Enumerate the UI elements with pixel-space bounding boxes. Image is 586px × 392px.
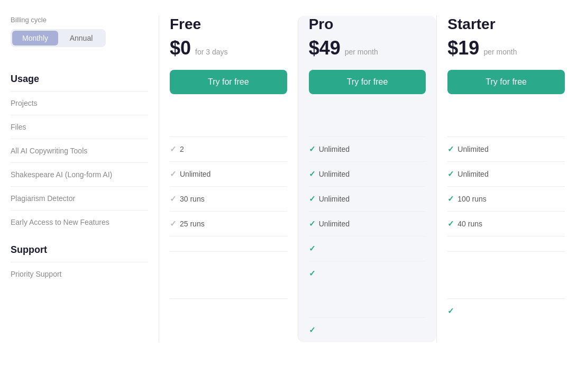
starter-plan-header: Starter $19 per month Try for free	[447, 16, 565, 105]
pro-shakespeare-value: ✓ Unlimited	[309, 211, 426, 236]
starter-support-spacer	[447, 267, 565, 298]
pro-plan-cta-button[interactable]: Try for free	[309, 70, 426, 94]
free-support-spacer	[170, 267, 287, 298]
usage-section-label: Usage	[11, 63, 148, 91]
pro-plan-period: per month	[345, 48, 378, 56]
starter-priority-support-check-icon: ✓	[447, 306, 454, 316]
free-projects-check-icon: ✓	[170, 144, 177, 154]
pro-plan-price: $49	[309, 37, 341, 59]
pro-plan-header: Pro $49 per month Try for free	[309, 16, 426, 105]
starter-files-value: ✓ Unlimited	[447, 161, 565, 186]
feature-label-ai-tools: All AI Copywriting Tools	[11, 139, 148, 162]
starter-ai-tools-check-icon: ✓	[447, 194, 454, 204]
free-files-value: ✓ Unlimited	[170, 161, 287, 186]
starter-plagiarism-value	[447, 236, 565, 251]
starter-plan-column: Starter $19 per month Try for free ✓ Unl…	[436, 16, 575, 342]
starter-shakespeare-check-icon: ✓	[447, 219, 454, 229]
starter-plan-price-row: $19 per month	[447, 37, 565, 59]
pro-plagiarism-value: ✓	[309, 236, 426, 261]
starter-ai-tools-value: ✓ 100 runs	[447, 186, 565, 211]
starter-projects-value: ✓ Unlimited	[447, 136, 565, 161]
pro-files-check-icon: ✓	[309, 169, 316, 179]
free-plagiarism-value	[170, 236, 287, 251]
free-projects-value: ✓ 2	[170, 136, 287, 161]
billing-label: Billing cycle	[11, 16, 148, 24]
starter-plan-cta-button[interactable]: Try for free	[447, 70, 565, 94]
starter-files-check-icon: ✓	[447, 169, 454, 179]
pro-shakespeare-check-icon: ✓	[309, 219, 316, 229]
pro-ai-tools-value: ✓ Unlimited	[309, 186, 426, 211]
free-ai-tools-value: ✓ 30 runs	[170, 186, 287, 211]
free-plan-price: $0	[170, 37, 191, 59]
feature-label-shakespeare: Shakespeare AI (Long-form AI)	[11, 162, 148, 186]
billing-section: Billing cycle Monthly Annual	[11, 16, 148, 47]
starter-priority-support-value: ✓	[447, 298, 565, 323]
free-plan-name: Free	[170, 16, 287, 33]
pro-projects-check-icon: ✓	[309, 144, 316, 154]
feature-label-projects: Projects	[11, 91, 148, 115]
pro-support-spacer	[309, 286, 426, 317]
pro-files-value: ✓ Unlimited	[309, 161, 426, 186]
pro-plan-column: Pro $49 per month Try for free ✓ Unlimit…	[298, 16, 437, 342]
free-ai-tools-check-icon: ✓	[170, 194, 177, 204]
pro-usage-spacer	[309, 105, 426, 136]
free-shakespeare-check-icon: ✓	[170, 219, 177, 229]
pro-priority-support-value: ✓	[309, 317, 426, 342]
monthly-button[interactable]: Monthly	[12, 31, 58, 45]
free-plan-cta-button[interactable]: Try for free	[170, 70, 287, 94]
starter-usage-spacer	[447, 105, 565, 136]
feature-label-early-access: Early Access to New Features	[11, 210, 148, 234]
free-files-check-icon: ✓	[170, 169, 177, 179]
starter-plan-price: $19	[447, 37, 479, 59]
free-early-access-value	[170, 251, 287, 267]
feature-label-plagiarism: Plagiarism Detector	[11, 186, 148, 210]
starter-plan-name: Starter	[447, 16, 565, 33]
starter-plan-period: per month	[483, 48, 517, 56]
starter-early-access-value	[447, 251, 565, 267]
pro-priority-support-check-icon: ✓	[309, 325, 316, 335]
pro-projects-value: ✓ Unlimited	[309, 136, 426, 161]
feature-label-files: Files	[11, 115, 148, 139]
starter-projects-check-icon: ✓	[447, 144, 454, 154]
free-shakespeare-value: ✓ 25 runs	[170, 211, 287, 236]
pro-early-access-check-icon: ✓	[309, 269, 316, 278]
pro-plan-name: Pro	[309, 16, 426, 33]
free-priority-support-value	[170, 298, 287, 314]
pro-plagiarism-check-icon: ✓	[309, 244, 316, 253]
billing-toggle: Monthly Annual	[11, 29, 106, 47]
free-usage-spacer	[170, 105, 287, 136]
free-plan-price-row: $0 for 3 days	[170, 37, 287, 59]
label-column: Billing cycle Monthly Annual Usage Proje…	[11, 16, 159, 342]
feature-label-priority-support: Priority Support	[11, 262, 148, 286]
pro-ai-tools-check-icon: ✓	[309, 194, 316, 204]
free-plan-header: Free $0 for 3 days Try for free	[170, 16, 287, 105]
pricing-table: Billing cycle Monthly Annual Usage Proje…	[11, 16, 575, 342]
annual-button[interactable]: Annual	[58, 31, 104, 45]
free-plan-period: for 3 days	[195, 48, 227, 56]
pro-early-access-value: ✓	[309, 261, 426, 286]
pro-plan-price-row: $49 per month	[309, 37, 426, 59]
free-plan-column: Free $0 for 3 days Try for free ✓ 2 ✓ Un…	[159, 16, 298, 342]
starter-shakespeare-value: ✓ 40 runs	[447, 211, 565, 236]
support-section-label: Support	[11, 234, 148, 262]
